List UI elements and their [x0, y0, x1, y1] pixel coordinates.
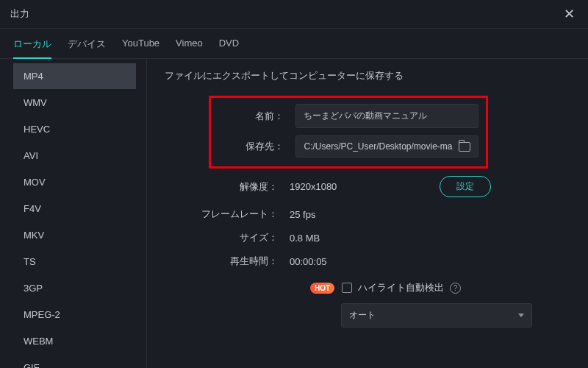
row-resolution: 解像度： 1920x1080 設定	[165, 176, 566, 197]
format-f4v[interactable]: F4V	[13, 196, 136, 222]
format-list: MP4 WMV HEVC AVI MOV F4V MKV TS 3GP MPEG…	[0, 59, 147, 368]
format-avi[interactable]: AVI	[13, 143, 136, 169]
auto-detect-checkbox[interactable]	[342, 283, 352, 293]
row-auto-detect: HOT ハイライト自動検出 ?	[165, 281, 566, 294]
size-label: サイズ：	[165, 231, 290, 244]
folder-icon[interactable]	[459, 142, 470, 152]
tab-vimeo[interactable]: Vimeo	[176, 38, 203, 58]
dest-label: 保存先：	[218, 140, 295, 153]
help-icon[interactable]: ?	[450, 283, 461, 294]
tab-device[interactable]: デバイス	[68, 38, 106, 58]
auto-detect-label: ハイライト自動検出	[358, 281, 444, 294]
resolution-label: 解像度：	[165, 180, 290, 194]
format-hevc[interactable]: HEVC	[13, 116, 136, 142]
name-value: ちーまどパパの動画マニュアル	[304, 110, 427, 121]
framerate-value: 25 fps	[290, 209, 315, 220]
auto-detect-select[interactable]: オート	[341, 303, 532, 328]
format-wmv[interactable]: WMV	[13, 90, 136, 116]
name-label: 名前：	[218, 110, 295, 123]
row-name: 名前： ちーまどパパの動画マニュアル	[218, 104, 478, 128]
highlight-box: 名前： ちーまどパパの動画マニュアル 保存先： C:/Users/PC_User…	[209, 96, 488, 169]
size-value: 0.8 MB	[290, 233, 320, 244]
tabs: ローカル デバイス YouTube Vimeo DVD	[0, 29, 588, 59]
resolution-value: 1920x1080	[290, 181, 337, 192]
titlebar: 出力 ✕	[0, 0, 588, 29]
row-framerate: フレームレート： 25 fps	[165, 208, 566, 221]
format-webm[interactable]: WEBM	[13, 328, 136, 354]
close-icon[interactable]: ✕	[561, 6, 578, 22]
format-mkv[interactable]: MKV	[13, 222, 136, 248]
tab-dvd[interactable]: DVD	[219, 38, 239, 58]
tab-youtube[interactable]: YouTube	[122, 38, 159, 58]
dest-value: C:/Users/PC_User/Desktop/movie-manual.f	[304, 141, 453, 152]
main-panel: ファイルにエクスポートしてコンピューターに保存する 名前： ちーまどパパの動画マ…	[147, 59, 588, 368]
format-mpeg2[interactable]: MPEG-2	[13, 302, 136, 328]
duration-label: 再生時間：	[165, 255, 290, 268]
body: MP4 WMV HEVC AVI MOV F4V MKV TS 3GP MPEG…	[0, 59, 588, 368]
format-mov[interactable]: MOV	[13, 169, 136, 195]
name-input[interactable]: ちーまどパパの動画マニュアル	[295, 104, 478, 128]
row-select: オート	[165, 303, 566, 328]
chevron-down-icon	[518, 314, 524, 317]
format-mp4[interactable]: MP4	[13, 63, 136, 89]
section-title: ファイルにエクスポートしてコンピューターに保存する	[165, 69, 566, 82]
format-3gp[interactable]: 3GP	[13, 275, 136, 301]
format-ts[interactable]: TS	[13, 249, 136, 275]
framerate-label: フレームレート：	[165, 208, 290, 221]
row-dest: 保存先： C:/Users/PC_User/Desktop/movie-manu…	[218, 135, 478, 158]
window-title: 出力	[10, 7, 29, 21]
hot-badge: HOT	[310, 283, 334, 294]
row-duration: 再生時間： 00:00:05	[165, 255, 566, 268]
dest-input[interactable]: C:/Users/PC_User/Desktop/movie-manual.f	[295, 135, 478, 158]
duration-value: 00:00:05	[290, 256, 327, 267]
row-size: サイズ： 0.8 MB	[165, 231, 566, 244]
select-value: オート	[349, 309, 376, 322]
settings-button[interactable]: 設定	[440, 176, 491, 197]
tab-local[interactable]: ローカル	[13, 38, 51, 58]
format-gif[interactable]: GIF	[13, 355, 136, 368]
